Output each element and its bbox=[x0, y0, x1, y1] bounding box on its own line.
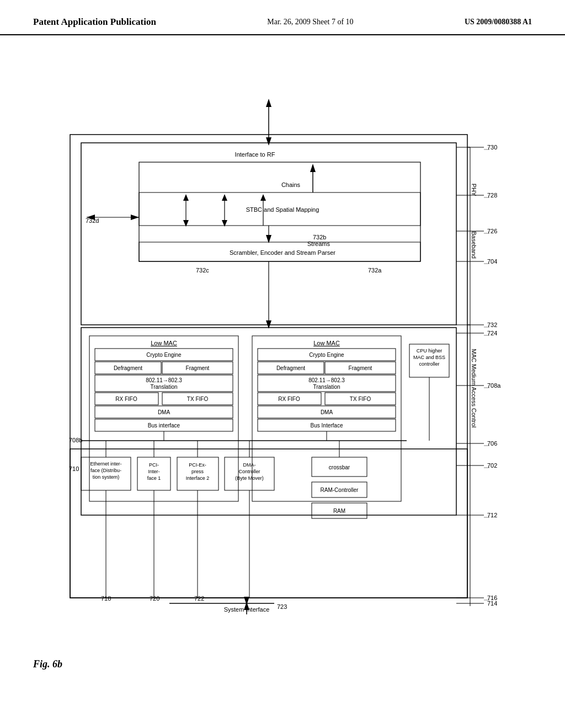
diagram-svg: Interface to RF Chains STBC and Spatial … bbox=[54, 46, 511, 642]
svg-marker-84 bbox=[222, 194, 227, 201]
svg-marker-89 bbox=[310, 164, 316, 172]
svg-text:732d: 732d bbox=[86, 217, 99, 224]
svg-text:face 1: face 1 bbox=[147, 475, 161, 481]
figure-label: Fig. 6b bbox=[0, 659, 565, 670]
svg-text:720: 720 bbox=[150, 595, 159, 602]
header-left: Patent Application Publication bbox=[33, 15, 156, 29]
svg-text:Fragment: Fragment bbox=[349, 365, 372, 371]
svg-text:Interface to RF: Interface to RF bbox=[235, 151, 275, 158]
svg-text:802.11→802.3: 802.11→802.3 bbox=[308, 377, 345, 383]
svg-text:CPU higher: CPU higher bbox=[417, 348, 443, 354]
svg-text:732a: 732a bbox=[368, 267, 382, 274]
svg-text:708b: 708b bbox=[69, 437, 82, 443]
svg-text:Low MAC: Low MAC bbox=[151, 340, 177, 346]
svg-text:face (Distribu-: face (Distribu- bbox=[90, 468, 121, 473]
svg-text:press: press bbox=[191, 469, 204, 474]
svg-text:Baseband: Baseband bbox=[471, 231, 477, 259]
svg-text:DMA: DMA bbox=[158, 409, 170, 415]
svg-text:732b: 732b bbox=[313, 234, 326, 240]
svg-marker-78 bbox=[266, 99, 271, 107]
svg-text:PHY: PHY bbox=[471, 183, 477, 196]
header-right: US 2009/0080388 A1 bbox=[465, 15, 532, 26]
svg-text:802.11→802.3: 802.11→802.3 bbox=[146, 377, 182, 383]
svg-marker-96 bbox=[131, 215, 139, 220]
svg-text:Streams: Streams bbox=[307, 240, 330, 247]
svg-text:Low MAC: Low MAC bbox=[313, 340, 340, 346]
svg-text:Defragment: Defragment bbox=[276, 365, 305, 371]
svg-text:tion system): tion system) bbox=[93, 474, 120, 480]
svg-text:Controller: Controller bbox=[238, 469, 260, 474]
diagram-container: Interface to RF Chains STBC and Spatial … bbox=[54, 46, 511, 642]
svg-text:Interface 2: Interface 2 bbox=[186, 475, 210, 481]
diagram-area: Interface to RF Chains STBC and Spatial … bbox=[0, 35, 565, 653]
svg-marker-87 bbox=[260, 194, 266, 201]
svg-text:714: 714 bbox=[487, 600, 497, 607]
svg-text:DMA: DMA bbox=[321, 409, 333, 415]
svg-text:MAC and BSS: MAC and BSS bbox=[413, 355, 445, 360]
svg-text:723: 723 bbox=[277, 603, 287, 610]
svg-text:STBC and Spatial Mapping: STBC and Spatial Mapping bbox=[246, 206, 319, 213]
svg-text:controller: controller bbox=[419, 361, 439, 367]
svg-text:crossbar: crossbar bbox=[329, 464, 350, 470]
svg-text:732c: 732c bbox=[196, 267, 209, 274]
svg-text:Chains: Chains bbox=[281, 181, 301, 188]
svg-text:DMA-: DMA- bbox=[243, 462, 256, 468]
svg-text:RX FIFO: RX FIFO bbox=[278, 396, 300, 402]
svg-text:Translation: Translation bbox=[313, 384, 340, 390]
svg-marker-79 bbox=[266, 137, 271, 146]
header-center: Mar. 26, 2009 Sheet 7 of 10 bbox=[267, 15, 353, 26]
svg-text:TX FIFO: TX FIFO bbox=[187, 396, 209, 402]
svg-marker-81 bbox=[183, 194, 189, 201]
svg-text:(Byte Mover): (Byte Mover) bbox=[235, 475, 264, 481]
svg-text:RAM: RAM bbox=[333, 508, 345, 514]
svg-text:Defragment: Defragment bbox=[114, 365, 142, 371]
svg-rect-53 bbox=[70, 449, 467, 598]
svg-text:718: 718 bbox=[101, 595, 111, 602]
page-header: Patent Application Publication Mar. 26, … bbox=[0, 0, 565, 35]
svg-text:Bus Interface: Bus Interface bbox=[311, 422, 343, 429]
svg-text:Crypto Engine: Crypto Engine bbox=[309, 352, 344, 358]
svg-text:PCI-Ex-: PCI-Ex- bbox=[189, 462, 206, 468]
svg-text:Bus interface: Bus interface bbox=[148, 422, 180, 429]
svg-text:710: 710 bbox=[69, 465, 79, 472]
svg-text:TX FIFO: TX FIFO bbox=[350, 396, 371, 402]
svg-text:722: 722 bbox=[194, 595, 204, 602]
svg-text:Crypto Engine: Crypto Engine bbox=[146, 352, 182, 358]
svg-text:Ethernet inter-: Ethernet inter- bbox=[90, 461, 121, 467]
svg-text:Translation: Translation bbox=[150, 384, 177, 390]
svg-text:RX FIFO: RX FIFO bbox=[115, 396, 137, 402]
svg-text:MAC Medium Access Control: MAC Medium Access Control bbox=[471, 349, 477, 427]
svg-text:RAM-Controller: RAM-Controller bbox=[321, 487, 359, 493]
svg-text:Fragment: Fragment bbox=[186, 365, 210, 371]
svg-text:Scrambler, Encoder and Stream : Scrambler, Encoder and Stream Parser bbox=[230, 249, 335, 256]
svg-text:Inter-: Inter- bbox=[148, 469, 159, 474]
svg-text:PCI-: PCI- bbox=[149, 462, 159, 468]
